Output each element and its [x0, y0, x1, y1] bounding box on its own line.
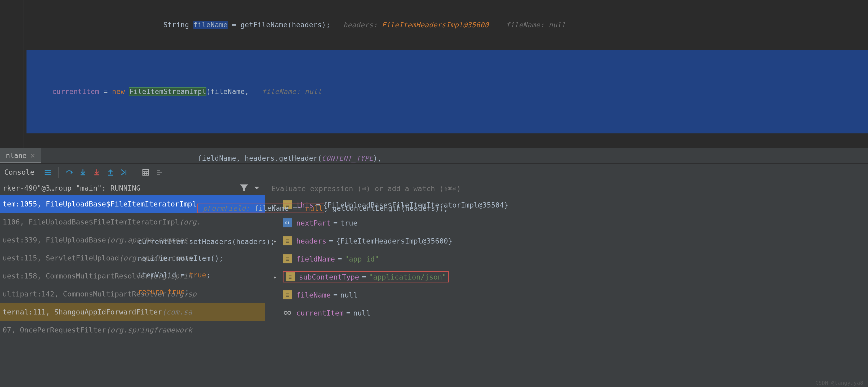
watermark: CSDN @tangyaya8	[815, 380, 863, 386]
code-line-current: currentItem = new FileItemStreamImpl(fil…	[27, 50, 868, 133]
code-token-var: fileName	[193, 21, 227, 29]
frame-meta: (com.sa	[162, 308, 192, 316]
code-token: fieldName, headers.getHeader(	[198, 154, 322, 162]
code-token: currentItem.setHeaders(headers);	[138, 238, 275, 246]
code-token-constant: CONTENT_TYPE	[322, 154, 373, 162]
equals: =	[346, 309, 350, 317]
debug-inline-hint-label: headers:	[331, 21, 382, 29]
code-token: =	[99, 87, 112, 96]
code-token: fileName ==	[254, 204, 306, 212]
variable-row[interactable]: ▸ currentItem = null	[265, 304, 868, 322]
code-token-type: FileItemStreamImpl	[129, 87, 207, 96]
debug-inline-hint-label: fileName:	[489, 21, 549, 29]
code-token: notifier.noteItem();	[138, 254, 223, 262]
variable-value: null	[353, 309, 370, 317]
debug-inline-hint-value: null	[549, 21, 566, 29]
debug-inline-hint-value: FileItemHeadersImpl@35600	[382, 21, 489, 29]
code-line: return true;	[27, 283, 868, 300]
code-token: currentItem	[52, 87, 99, 96]
debug-inline-hint-value: null	[305, 87, 322, 96]
red-highlight-box: pFormField: fileName == null	[198, 204, 324, 213]
stack-frame[interactable]: 07, OncePerRequestFilter (org.springfram…	[0, 321, 265, 339]
frame-text: 07, OncePerRequestFilter	[3, 326, 106, 334]
code-line: String fileName = getFileName(headers); …	[27, 0, 868, 50]
svg-point-15	[284, 311, 287, 314]
frame-meta: (org.springframework	[106, 326, 192, 334]
code-token: (fileName,	[206, 87, 249, 96]
code-token: = getFileName(headers);	[227, 21, 331, 29]
debug-tab[interactable]: nlane ×	[0, 148, 41, 163]
param-hint: pFormField:	[199, 204, 254, 212]
code-line: itemValid = true;	[27, 267, 868, 283]
code-editor[interactable]: String fileName = getFileName(headers); …	[0, 0, 868, 148]
code-token-keyword: return	[138, 288, 168, 296]
editor-gutter	[0, 0, 24, 148]
code-token-keyword: true	[168, 288, 185, 296]
code-token: ;	[185, 288, 189, 296]
code-token-keyword: true	[189, 271, 207, 279]
tab-label: nlane	[6, 152, 27, 160]
code-indent	[163, 154, 198, 162]
code-line: pFormField: fileName == null, getContent…	[27, 183, 868, 234]
code-token: ;	[206, 271, 210, 279]
tab-indicator	[0, 162, 41, 163]
code-token: ),	[373, 154, 381, 162]
code-line: currentItem.setHeaders(headers);	[27, 234, 868, 250]
code-token: String	[163, 21, 193, 29]
frame-text: ternal:111, ShangouAppIdForwardFilter	[3, 308, 162, 316]
stack-frame[interactable]: ternal:111, ShangouAppIdForwardFilter (c…	[0, 303, 265, 321]
code-token: itemValid	[138, 271, 176, 279]
debug-inline-hint-label: fileName:	[249, 87, 305, 96]
code-token-keyword: new	[112, 87, 129, 96]
close-icon[interactable]: ×	[30, 151, 35, 160]
watch-icon	[283, 308, 292, 317]
code-indent	[163, 204, 198, 212]
trace-icon[interactable]	[153, 166, 166, 179]
code-line: notifier.noteItem();	[27, 250, 868, 267]
code-token: =	[176, 271, 189, 279]
variable-name: currentItem	[296, 309, 344, 317]
code-token: , getContentLength(headers));	[324, 204, 448, 212]
svg-point-16	[288, 311, 291, 314]
code-token-keyword: null	[306, 204, 323, 212]
